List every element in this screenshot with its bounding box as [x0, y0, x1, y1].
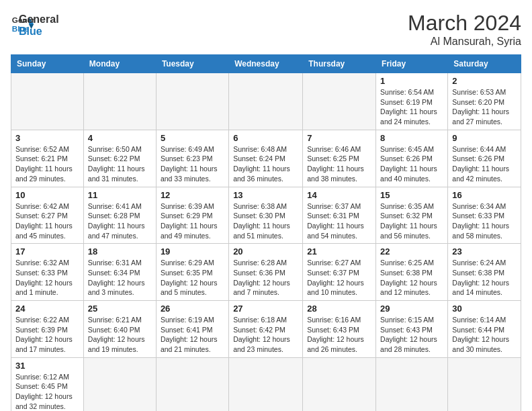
calendar-cell	[156, 357, 228, 411]
day-number: 18	[88, 246, 152, 257]
calendar-cell: 11Sunrise: 6:41 AM Sunset: 6:28 PM Dayli…	[83, 187, 156, 244]
calendar-cell: 28Sunrise: 6:16 AM Sunset: 6:43 PM Dayli…	[303, 301, 376, 358]
day-number: 10	[15, 190, 79, 200]
calendar-cell	[229, 357, 303, 411]
day-info: Sunrise: 6:25 AM Sunset: 6:38 PM Dayligh…	[380, 258, 443, 298]
day-info: Sunrise: 6:52 AM Sunset: 6:21 PM Dayligh…	[15, 144, 79, 184]
logo-general: General	[19, 13, 59, 26]
day-number: 3	[15, 133, 79, 143]
calendar-cell: 13Sunrise: 6:38 AM Sunset: 6:30 PM Dayli…	[229, 187, 303, 244]
col-header-friday: Friday	[376, 55, 448, 73]
day-number: 8	[380, 133, 443, 143]
calendar-cell: 19Sunrise: 6:29 AM Sunset: 6:35 PM Dayli…	[156, 244, 228, 301]
day-info: Sunrise: 6:45 AM Sunset: 6:26 PM Dayligh…	[380, 144, 443, 184]
title-block: March 2024 Al Mansurah, Syria	[408, 11, 521, 48]
week-row-1: 1Sunrise: 6:54 AM Sunset: 6:19 PM Daylig…	[11, 73, 521, 130]
week-row-4: 17Sunrise: 6:32 AM Sunset: 6:33 PM Dayli…	[11, 244, 521, 301]
header: General Blue General Blue March 2024 Al …	[11, 11, 521, 48]
calendar-cell: 3Sunrise: 6:52 AM Sunset: 6:21 PM Daylig…	[11, 130, 84, 187]
day-number: 25	[88, 304, 152, 314]
day-info: Sunrise: 6:49 AM Sunset: 6:23 PM Dayligh…	[161, 144, 224, 184]
day-number: 1	[380, 76, 443, 86]
calendar-cell: 26Sunrise: 6:19 AM Sunset: 6:41 PM Dayli…	[156, 301, 228, 358]
day-info: Sunrise: 6:44 AM Sunset: 6:26 PM Dayligh…	[452, 144, 517, 184]
calendar-table: SundayMondayTuesdayWednesdayThursdayFrid…	[11, 54, 521, 411]
day-number: 11	[88, 190, 152, 200]
day-info: Sunrise: 6:18 AM Sunset: 6:42 PM Dayligh…	[233, 315, 298, 355]
calendar-cell: 15Sunrise: 6:35 AM Sunset: 6:32 PM Dayli…	[376, 187, 448, 244]
day-number: 13	[233, 190, 298, 200]
calendar-cell: 10Sunrise: 6:42 AM Sunset: 6:27 PM Dayli…	[11, 187, 84, 244]
calendar-cell	[156, 73, 228, 130]
day-info: Sunrise: 6:24 AM Sunset: 6:38 PM Dayligh…	[452, 258, 517, 298]
col-header-sunday: Sunday	[11, 55, 84, 73]
day-info: Sunrise: 6:50 AM Sunset: 6:22 PM Dayligh…	[88, 144, 152, 184]
calendar-cell	[303, 73, 376, 130]
day-info: Sunrise: 6:54 AM Sunset: 6:19 PM Dayligh…	[380, 87, 443, 127]
day-number: 31	[15, 361, 79, 371]
day-number: 22	[380, 246, 443, 257]
day-info: Sunrise: 6:46 AM Sunset: 6:25 PM Dayligh…	[307, 144, 371, 184]
col-header-monday: Monday	[83, 55, 156, 73]
calendar-cell: 17Sunrise: 6:32 AM Sunset: 6:33 PM Dayli…	[11, 244, 84, 301]
day-info: Sunrise: 6:41 AM Sunset: 6:28 PM Dayligh…	[88, 201, 152, 241]
day-info: Sunrise: 6:39 AM Sunset: 6:29 PM Dayligh…	[161, 201, 224, 241]
day-number: 12	[161, 190, 224, 200]
calendar-cell: 21Sunrise: 6:27 AM Sunset: 6:37 PM Dayli…	[303, 244, 376, 301]
day-info: Sunrise: 6:21 AM Sunset: 6:40 PM Dayligh…	[88, 315, 152, 355]
calendar-cell	[83, 73, 156, 130]
day-info: Sunrise: 6:15 AM Sunset: 6:43 PM Dayligh…	[380, 315, 443, 355]
calendar-cell	[11, 73, 84, 130]
day-info: Sunrise: 6:29 AM Sunset: 6:35 PM Dayligh…	[161, 258, 224, 298]
day-info: Sunrise: 6:12 AM Sunset: 6:45 PM Dayligh…	[15, 372, 79, 411]
calendar-cell: 1Sunrise: 6:54 AM Sunset: 6:19 PM Daylig…	[376, 73, 448, 130]
day-number: 21	[307, 246, 371, 257]
day-info: Sunrise: 6:35 AM Sunset: 6:32 PM Dayligh…	[380, 201, 443, 241]
calendar-cell: 9Sunrise: 6:44 AM Sunset: 6:26 PM Daylig…	[448, 130, 521, 187]
day-number: 9	[452, 133, 517, 143]
day-number: 4	[88, 133, 152, 143]
calendar-cell: 18Sunrise: 6:31 AM Sunset: 6:34 PM Dayli…	[83, 244, 156, 301]
day-info: Sunrise: 6:16 AM Sunset: 6:43 PM Dayligh…	[307, 315, 371, 355]
day-info: Sunrise: 6:28 AM Sunset: 6:36 PM Dayligh…	[233, 258, 298, 298]
week-row-3: 10Sunrise: 6:42 AM Sunset: 6:27 PM Dayli…	[11, 187, 521, 244]
day-number: 16	[452, 190, 517, 200]
day-number: 7	[307, 133, 371, 143]
calendar-cell	[303, 357, 376, 411]
day-info: Sunrise: 6:19 AM Sunset: 6:41 PM Dayligh…	[161, 315, 224, 355]
day-number: 20	[233, 246, 298, 257]
calendar-cell	[83, 357, 156, 411]
calendar-cell: 31Sunrise: 6:12 AM Sunset: 6:45 PM Dayli…	[11, 357, 84, 411]
day-number: 27	[233, 304, 298, 314]
calendar-cell: 5Sunrise: 6:49 AM Sunset: 6:23 PM Daylig…	[156, 130, 228, 187]
day-info: Sunrise: 6:14 AM Sunset: 6:44 PM Dayligh…	[452, 315, 517, 355]
calendar-cell: 29Sunrise: 6:15 AM Sunset: 6:43 PM Dayli…	[376, 301, 448, 358]
week-row-6: 31Sunrise: 6:12 AM Sunset: 6:45 PM Dayli…	[11, 357, 521, 411]
day-number: 17	[15, 246, 79, 257]
calendar-cell: 6Sunrise: 6:48 AM Sunset: 6:24 PM Daylig…	[229, 130, 303, 187]
calendar-cell	[376, 357, 448, 411]
day-number: 30	[452, 304, 517, 314]
week-row-2: 3Sunrise: 6:52 AM Sunset: 6:21 PM Daylig…	[11, 130, 521, 187]
week-row-5: 24Sunrise: 6:22 AM Sunset: 6:39 PM Dayli…	[11, 301, 521, 358]
calendar-cell: 4Sunrise: 6:50 AM Sunset: 6:22 PM Daylig…	[83, 130, 156, 187]
calendar-cell: 8Sunrise: 6:45 AM Sunset: 6:26 PM Daylig…	[376, 130, 448, 187]
day-number: 6	[233, 133, 298, 143]
col-header-wednesday: Wednesday	[229, 55, 303, 73]
day-number: 28	[307, 304, 371, 314]
col-header-saturday: Saturday	[448, 55, 521, 73]
col-header-thursday: Thursday	[303, 55, 376, 73]
day-number: 29	[380, 304, 443, 314]
calendar-cell: 25Sunrise: 6:21 AM Sunset: 6:40 PM Dayli…	[83, 301, 156, 358]
calendar-cell: 27Sunrise: 6:18 AM Sunset: 6:42 PM Dayli…	[229, 301, 303, 358]
day-info: Sunrise: 6:53 AM Sunset: 6:20 PM Dayligh…	[452, 87, 517, 127]
calendar-header-row: SundayMondayTuesdayWednesdayThursdayFrid…	[11, 55, 521, 73]
day-info: Sunrise: 6:37 AM Sunset: 6:31 PM Dayligh…	[307, 201, 371, 241]
day-number: 2	[452, 76, 517, 86]
day-info: Sunrise: 6:22 AM Sunset: 6:39 PM Dayligh…	[15, 315, 79, 355]
day-info: Sunrise: 6:48 AM Sunset: 6:24 PM Dayligh…	[233, 144, 298, 184]
day-number: 14	[307, 190, 371, 200]
day-info: Sunrise: 6:34 AM Sunset: 6:33 PM Dayligh…	[452, 201, 517, 241]
calendar-cell: 12Sunrise: 6:39 AM Sunset: 6:29 PM Dayli…	[156, 187, 228, 244]
day-number: 15	[380, 190, 443, 200]
